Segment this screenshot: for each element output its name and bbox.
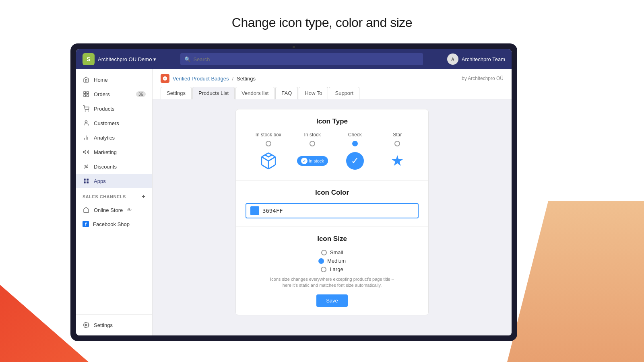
sidebar-item-orders[interactable]: Orders 36: [76, 87, 152, 101]
svg-point-6: [85, 121, 87, 123]
nav-user[interactable]: A Architechpro Team: [447, 53, 505, 65]
search-icon: 🔍: [184, 56, 191, 62]
svg-rect-15: [87, 179, 89, 181]
tab-products-list[interactable]: Products List: [192, 87, 235, 99]
icon-size-section: Icon Size Small Medium: [236, 227, 428, 315]
laptop-frame: S Architechpro OÜ Demo ▾ 🔍 A Architechpr…: [70, 43, 517, 341]
user-name-label: Architechpro Team: [462, 56, 505, 62]
tab-vendors-list[interactable]: Vendors list: [235, 87, 275, 99]
sidebar-label-customers: Customers: [94, 120, 119, 126]
save-button[interactable]: Save: [316, 294, 348, 307]
tab-how-to[interactable]: How To: [299, 87, 328, 99]
icon-color-section: Icon Color 3694FF: [236, 181, 428, 227]
shopify-logo: S: [83, 53, 95, 65]
breadcrumb-app-name[interactable]: Verified Product Badges: [173, 76, 229, 82]
sidebar-label-analytics: Analytics: [94, 135, 115, 141]
laptop-screen: S Architechpro OÜ Demo ▾ 🔍 A Architechpr…: [76, 49, 512, 335]
tab-settings[interactable]: Settings: [161, 87, 192, 99]
svg-rect-17: [87, 181, 89, 183]
dropdown-arrow-icon: ▾: [153, 56, 156, 62]
svg-point-4: [85, 111, 85, 111]
sidebar: Home Orders 36 Products: [76, 69, 153, 335]
svg-rect-14: [84, 179, 86, 181]
svg-rect-3: [84, 95, 86, 97]
in-stock-radio[interactable]: [310, 141, 315, 146]
online-store-icon: [83, 206, 90, 214]
sidebar-item-settings[interactable]: Settings: [76, 318, 152, 332]
color-swatch: [250, 206, 259, 215]
icon-option-check[interactable]: Check ✓: [344, 132, 366, 172]
sidebar-item-products[interactable]: Products: [76, 101, 152, 116]
home-icon: [83, 76, 90, 83]
sidebar-item-online-store[interactable]: Online Store 👁: [76, 203, 152, 217]
sidebar-item-apps[interactable]: Apps: [76, 174, 152, 188]
sidebar-item-facebook-shop[interactable]: f Facebook Shop: [76, 217, 152, 231]
svg-point-5: [88, 111, 89, 111]
discounts-icon: [83, 163, 90, 170]
svg-rect-2: [87, 95, 89, 97]
nav-search-area: 🔍: [180, 53, 423, 65]
size-options: Small Medium Large: [246, 249, 419, 272]
store-name[interactable]: Architechpro OÜ Demo ▾: [98, 56, 156, 62]
svg-point-18: [85, 324, 87, 326]
size-option-large[interactable]: Large: [321, 266, 343, 272]
size-note: Icons size changes everywhere excepting …: [268, 276, 396, 289]
sidebar-label-facebook-shop: Facebook Shop: [93, 221, 130, 227]
size-medium-radio[interactable]: [318, 258, 324, 264]
star-radio[interactable]: [394, 141, 400, 146]
icon-option-in-stock-box[interactable]: In stock box: [256, 132, 281, 172]
sidebar-item-analytics[interactable]: Analytics: [76, 130, 152, 145]
in-stock-label: In stock: [304, 132, 321, 138]
bg-decoration-orange: [507, 201, 644, 362]
content-area: Verified Product Badges / Settings by Ar…: [153, 69, 512, 335]
sidebar-label-orders: Orders: [94, 91, 110, 97]
sidebar-item-home[interactable]: Home: [76, 72, 152, 87]
in-stock-box-radio[interactable]: [266, 141, 271, 146]
sidebar-item-discounts[interactable]: Discounts: [76, 159, 152, 174]
size-large-label: Large: [330, 266, 343, 272]
tab-faq[interactable]: FAQ: [275, 87, 298, 99]
svg-point-11: [85, 165, 86, 167]
color-input-wrapper[interactable]: 3694FF: [246, 203, 419, 218]
search-input[interactable]: [180, 53, 423, 65]
sidebar-label-products: Products: [94, 106, 114, 112]
marketing-icon: [83, 148, 90, 156]
eye-icon[interactable]: 👁: [127, 207, 132, 213]
svg-point-12: [87, 167, 88, 168]
apps-icon: [83, 177, 90, 185]
icon-type-grid: In stock box: [246, 132, 419, 172]
check-radio[interactable]: [352, 141, 358, 146]
add-channel-button[interactable]: +: [142, 193, 146, 200]
icon-type-section: Icon Type In stock box: [236, 109, 428, 181]
sidebar-label-home: Home: [94, 77, 108, 83]
instock-badge: ✓ in stock: [297, 156, 328, 166]
avatar: A: [447, 53, 458, 65]
instock-badge-check: ✓: [301, 158, 308, 164]
svg-rect-0: [84, 92, 86, 94]
in-stock-box-preview: [257, 150, 280, 172]
main-panel: Icon Type In stock box: [153, 99, 512, 325]
check-label: Check: [348, 132, 362, 138]
save-btn-wrapper: Save: [246, 294, 419, 307]
svg-rect-16: [84, 181, 86, 183]
size-option-small[interactable]: Small: [321, 249, 343, 255]
orders-icon: [83, 90, 90, 98]
sidebar-spacer: [76, 231, 152, 314]
orders-badge: 36: [136, 91, 146, 97]
icon-option-in-stock[interactable]: In stock ✓ in stock: [301, 132, 324, 172]
tab-support[interactable]: Support: [329, 87, 359, 99]
icon-option-star[interactable]: Star ★: [386, 132, 409, 172]
sidebar-label-online-store: Online Store: [94, 207, 123, 213]
size-small-radio[interactable]: [321, 250, 327, 255]
sidebar-label-settings: Settings: [94, 322, 113, 328]
size-large-radio[interactable]: [321, 267, 326, 272]
app-header: Verified Product Badges / Settings by Ar…: [153, 69, 512, 99]
sidebar-item-marketing[interactable]: Marketing: [76, 145, 152, 159]
size-option-medium[interactable]: Medium: [318, 258, 346, 264]
check-circle-icon: ✓: [346, 152, 364, 170]
check-preview: ✓: [344, 150, 366, 172]
sidebar-item-customers[interactable]: Customers: [76, 116, 152, 130]
sidebar-label-marketing: Marketing: [94, 149, 117, 155]
breadcrumb-separator: /: [232, 76, 233, 82]
icon-size-title: Icon Size: [246, 235, 419, 243]
